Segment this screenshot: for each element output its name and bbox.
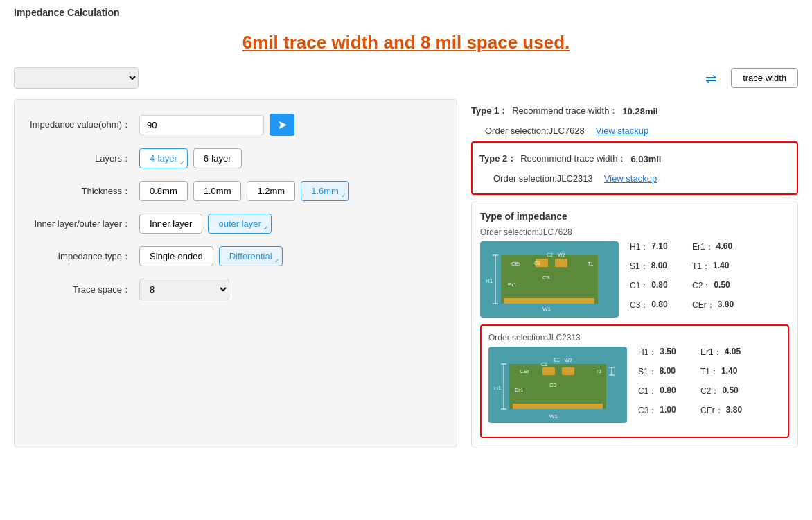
right-panel: Type 1： Recommend trace width： 10.28mil … xyxy=(457,99,798,447)
param2-c1: C1：0.80 xyxy=(638,385,680,404)
layers-row: Layers： 4-layer 6-layer xyxy=(28,148,443,168)
content-area: Impedance value(ohm)： ➤ Layers： 4-layer … xyxy=(0,99,812,447)
svg-text:C1: C1 xyxy=(534,261,540,266)
outer-layer-button[interactable]: outer layer xyxy=(208,214,271,234)
param-c2: C2：0.50 xyxy=(692,280,734,298)
layer-6-button[interactable]: 6-layer xyxy=(193,148,242,168)
thickness-controls: 0.8mm 1.0mm 1.2mm 1.6mm xyxy=(139,181,349,201)
svg-text:C2: C2 xyxy=(547,252,553,257)
param2-er1: Er1：4.05 xyxy=(700,347,742,365)
param2-h1: H1：3.50 xyxy=(638,347,680,365)
type1-view-stackup[interactable]: View stackup xyxy=(596,125,648,136)
differential-button[interactable]: Differential xyxy=(219,246,283,266)
inner-outer-row: Inner layer/outer layer： Inner layer out… xyxy=(28,214,443,234)
svg-rect-4 xyxy=(504,298,594,304)
param2-cer: CEr：3.80 xyxy=(700,405,742,423)
param-h1: H1：7.10 xyxy=(630,241,671,259)
impedance-input[interactable] xyxy=(139,115,264,135)
type2-box: Type 2： Recommend trace width： 6.03mil O… xyxy=(471,141,798,195)
inner-outer-label: Inner layer/outer layer： xyxy=(28,218,139,230)
param-er1: Er1：4.60 xyxy=(692,241,734,259)
thickness-label: Thickness： xyxy=(28,185,139,198)
type2-label: Type 2： xyxy=(479,153,516,165)
trace-space-select[interactable]: 8 xyxy=(139,279,229,300)
type2-view-stackup[interactable]: View stackup xyxy=(604,173,657,184)
impedance-section-title: Type of impedance xyxy=(480,211,789,222)
go-button[interactable]: ➤ xyxy=(270,114,294,136)
trace-space-controls: 8 xyxy=(139,279,229,300)
svg-text:Er1: Er1 xyxy=(508,281,517,288)
svg-text:Er1: Er1 xyxy=(515,387,524,393)
impedance-label: Impedance value(ohm)： xyxy=(28,119,139,131)
svg-rect-19 xyxy=(542,367,555,375)
svg-rect-21 xyxy=(513,404,603,409)
left-panel: Impedance value(ohm)： ➤ Layers： 4-layer … xyxy=(14,99,457,447)
svg-text:H1: H1 xyxy=(486,278,493,284)
svg-text:C1: C1 xyxy=(541,362,547,367)
trace-space-row: Trace space： 8 xyxy=(28,279,443,300)
main-heading: 6mil trace width and 8 mil space used. xyxy=(0,25,812,67)
param-s1: S1：8.00 xyxy=(630,261,671,279)
impedance-type-controls: Single-ended Differential xyxy=(139,246,283,266)
app-title: Impedance Calculation xyxy=(0,0,812,25)
thickness-row: Thickness： 0.8mm 1.0mm 1.2mm 1.6mm xyxy=(28,181,443,201)
svg-text:T1: T1 xyxy=(588,261,593,266)
impedance-controls: ➤ xyxy=(139,114,294,136)
type1-order-text: Order selection:JLC7628 xyxy=(485,125,585,136)
type2-recommend-prefix: Recommend trace width： xyxy=(520,153,626,165)
impedance-type-row: Impedance type： Single-ended Differentia… xyxy=(28,246,443,266)
thickness-0.8-button[interactable]: 0.8mm xyxy=(139,181,188,201)
svg-text:H1: H1 xyxy=(494,385,502,391)
thickness-1.2-button[interactable]: 1.2mm xyxy=(247,181,295,201)
impedance-type-label: Impedance type： xyxy=(28,250,139,263)
inner-layer-button[interactable]: Inner layer xyxy=(139,214,202,234)
toolbar-select[interactable] xyxy=(14,67,139,89)
svg-text:W2: W2 xyxy=(565,358,572,363)
trace-space-label: Trace space： xyxy=(28,284,139,296)
param2-c3: C3：1.00 xyxy=(638,405,680,423)
order2-diagram-row: CEr C1 S1 W2 T1 C3 Er1 H1 W1 xyxy=(488,347,781,423)
type1-recommend-value: 10.28mil xyxy=(622,106,657,116)
param2-s1: S1：8.00 xyxy=(638,366,680,384)
svg-text:CEr: CEr xyxy=(520,368,529,374)
param-t1: T1：1.40 xyxy=(692,261,734,279)
thickness-1.0-button[interactable]: 1.0mm xyxy=(193,181,242,201)
order2-section: Order selection:JLC2313 CEr C1 S1 W2 xyxy=(480,324,789,438)
param-c1: C1：0.80 xyxy=(630,280,671,298)
svg-text:T1: T1 xyxy=(596,369,601,374)
transfer-icon: ⇌ xyxy=(705,70,717,87)
svg-text:C3: C3 xyxy=(549,382,557,388)
svg-text:C3: C3 xyxy=(542,275,550,281)
thickness-1.6-button[interactable]: 1.6mm xyxy=(301,181,349,201)
single-ended-button[interactable]: Single-ended xyxy=(139,246,213,266)
trace-width-button[interactable]: trace width xyxy=(731,68,798,88)
order1-diagram-row: CEr C1 C2 W2 T1 C3 Er1 H1 W1 xyxy=(480,241,789,318)
param-c3: C3：0.80 xyxy=(630,300,671,318)
type2-recommend-value: 6.03mil xyxy=(630,154,661,164)
type1-recommend-prefix: Recommend trace width： xyxy=(512,105,618,117)
param2-c2: C2：0.50 xyxy=(700,385,742,404)
order1-diagram: CEr C1 C2 W2 T1 C3 Er1 H1 W1 xyxy=(480,241,619,318)
svg-text:S1: S1 xyxy=(554,358,560,363)
svg-text:W1: W1 xyxy=(549,413,558,419)
type1-label: Type 1： xyxy=(471,105,508,117)
svg-text:CEr: CEr xyxy=(511,261,521,267)
param2-t1: T1：1.40 xyxy=(700,366,742,384)
svg-text:W2: W2 xyxy=(558,252,565,257)
order2-diagram: CEr C1 S1 W2 T1 C3 Er1 H1 W1 xyxy=(488,347,627,423)
svg-text:W1: W1 xyxy=(542,306,551,312)
type2-order-row: Order selection:JLC2313 View stackup xyxy=(479,171,790,189)
order2-params: H1：3.50 Er1：4.05 S1：8.00 T1：1.40 C1：0.80… xyxy=(638,347,742,423)
layers-controls: 4-layer 6-layer xyxy=(139,148,242,168)
toolbar: ⇌ trace width xyxy=(0,67,812,99)
inner-outer-controls: Inner layer outer layer xyxy=(139,214,272,234)
order1-params: H1：7.10 Er1：4.60 S1：8.00 T1：1.40 C1：0.80… xyxy=(630,241,734,318)
order2-label: Order selection:JLC2313 xyxy=(488,333,781,343)
param-cer: CEr：3.80 xyxy=(692,300,734,318)
type2-row: Type 2： Recommend trace width： 6.03mil xyxy=(479,147,790,171)
svg-rect-3 xyxy=(555,259,567,267)
layer-4-button[interactable]: 4-layer xyxy=(139,148,188,168)
order1-label: Order selection:JLC7628 xyxy=(480,227,789,237)
layers-label: Layers： xyxy=(28,153,139,165)
type2-order-text: Order selection:JLC2313 xyxy=(493,173,593,184)
